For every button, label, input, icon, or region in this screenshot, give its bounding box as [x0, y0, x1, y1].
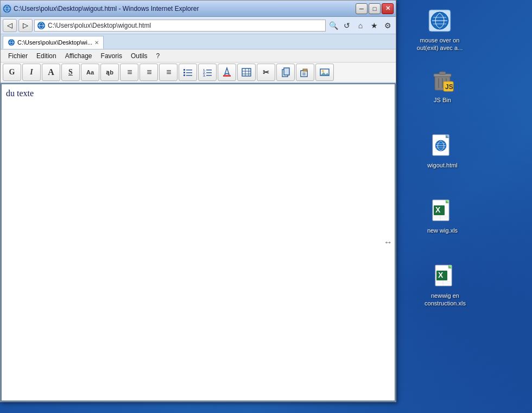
svg-text:JS: JS — [445, 83, 453, 91]
minimize-button[interactable]: ─ — [356, 3, 368, 14]
list-icon — [182, 67, 193, 78]
title-bar-text: C:\Users\polux\Desktop\wigout.html - Win… — [14, 5, 356, 12]
desktop-icon-js-bin[interactable]: JS JS Bin — [418, 65, 467, 107]
tab-ie-icon — [8, 39, 15, 46]
tab-label: C:\Users\polux\Desktop\wi... — [17, 39, 92, 46]
svg-rect-10 — [206, 70, 212, 71]
favorites-button[interactable]: ★ — [368, 20, 380, 32]
svg-rect-3 — [183, 69, 185, 71]
font-button[interactable]: A — [42, 64, 60, 81]
newwig-construction-label: newwig en construction.xls — [420, 291, 470, 308]
underline-button[interactable]: S — [61, 64, 80, 81]
browser-tab[interactable]: C:\Users\polux\Desktop\wi... ✕ — [3, 36, 104, 49]
browser-title-icon — [3, 4, 11, 13]
menu-affichage[interactable]: Affichage — [61, 51, 97, 61]
svg-point-30 — [322, 70, 324, 72]
table-icon — [241, 67, 252, 78]
mouse-over-icon — [427, 8, 453, 34]
font-size-button[interactable]: Aa — [81, 64, 99, 81]
align-center-button[interactable]: ≡ — [140, 64, 158, 81]
svg-rect-36 — [439, 72, 446, 74]
format-button[interactable]: a̧b — [100, 64, 119, 81]
wigout-label: wigout.html — [420, 161, 465, 170]
home-button[interactable]: ⌂ — [354, 20, 366, 32]
ordered-list-icon: 1. 2. 3. — [202, 67, 213, 78]
svg-rect-16 — [223, 75, 231, 77]
resize-handle[interactable]: ↔ — [384, 237, 392, 247]
svg-rect-17 — [242, 68, 251, 76]
tab-row: C:\Users\polux\Desktop\wi... ✕ — [1, 34, 396, 49]
maximize-button[interactable]: □ — [369, 3, 381, 14]
toolbar: G I A S Aa a̧b ≡ ≡ ≡ 1. 2. 3. — [1, 62, 396, 83]
menu-help[interactable]: ? — [152, 51, 164, 61]
title-bar-buttons: ─ □ ✕ — [356, 3, 394, 14]
content-text: du texte — [6, 89, 34, 98]
tools-gear-button[interactable]: ⚙ — [382, 20, 394, 32]
svg-rect-4 — [186, 70, 192, 71]
js-bin-label: JS Bin — [420, 96, 465, 104]
back-button[interactable]: ◁ — [3, 19, 17, 32]
tab-close-button[interactable]: ✕ — [94, 40, 99, 46]
cut-button[interactable]: ✂ — [257, 64, 275, 81]
search-button[interactable]: 🔍 — [327, 20, 339, 32]
color-icon — [221, 67, 232, 78]
menu-fichier[interactable]: Fichier — [4, 51, 32, 61]
browser-window: C:\Users\polux\Desktop\wigout.html - Win… — [0, 0, 396, 402]
svg-rect-6 — [186, 72, 192, 73]
content-area[interactable]: du texte ↔ — [1, 83, 396, 402]
svg-rect-12 — [206, 72, 212, 73]
address-text: C:\Users\polux\Desktop\wigout.html — [48, 22, 151, 29]
newwig-construction-icon: X — [432, 263, 458, 289]
svg-text:X: X — [438, 271, 444, 279]
copy-icon — [280, 67, 291, 78]
align-left-button[interactable]: ≡ — [120, 64, 138, 81]
menu-bar: Fichier Edition Affichage Favoris Outils… — [1, 49, 396, 62]
svg-text:3.: 3. — [203, 74, 206, 77]
desktop-icon-new-wig[interactable]: X new wig.xls — [418, 196, 467, 237]
desktop-icon-newwig-construction[interactable]: X newwig en construction.xls — [418, 261, 472, 310]
new-wig-label: new wig.xls — [420, 226, 465, 235]
desktop-icon-wigout[interactable]: wigout.html — [418, 130, 467, 172]
copy-button[interactable] — [276, 64, 295, 81]
menu-outils[interactable]: Outils — [126, 51, 152, 61]
address-bar-row: ◁ ▷ C:\Users\polux\Desktop\wigout.html 🔍… — [1, 17, 396, 34]
list-button[interactable] — [179, 64, 197, 81]
refresh-button[interactable]: ↺ — [341, 20, 353, 32]
svg-marker-15 — [225, 68, 229, 74]
image-icon — [319, 67, 330, 78]
align-right-button[interactable]: ≡ — [159, 64, 178, 81]
svg-marker-31 — [320, 72, 329, 76]
svg-rect-5 — [183, 72, 185, 73]
desktop-icon-mouse-over[interactable]: mouse over on out(exit) avec a... — [413, 5, 467, 55]
menu-edition[interactable]: Edition — [32, 51, 61, 61]
bold-button[interactable]: G — [3, 64, 21, 81]
svg-rect-23 — [284, 68, 289, 75]
paste-icon — [300, 67, 311, 78]
table-button[interactable] — [237, 64, 256, 81]
new-wig-icon: X — [429, 198, 455, 224]
paste-button[interactable] — [296, 64, 314, 81]
forward-button[interactable]: ▷ — [18, 19, 33, 32]
svg-rect-25 — [303, 69, 307, 71]
svg-rect-14 — [206, 75, 212, 76]
address-ie-icon — [37, 21, 46, 30]
ordered-list-button[interactable]: 1. 2. 3. — [198, 64, 217, 81]
close-button[interactable]: ✕ — [382, 3, 394, 14]
js-bin-icon: JS — [429, 67, 455, 93]
italic-button[interactable]: I — [22, 64, 41, 81]
color-button[interactable] — [218, 64, 236, 81]
svg-rect-7 — [183, 74, 185, 76]
address-box[interactable]: C:\Users\polux\Desktop\wigout.html — [34, 20, 326, 32]
mouse-over-label: mouse over on out(exit) avec a... — [415, 36, 465, 53]
image-button[interactable] — [315, 64, 334, 81]
title-bar: C:\Users\polux\Desktop\wigout.html - Win… — [1, 1, 396, 17]
wigout-icon — [429, 133, 455, 159]
svg-text:X: X — [435, 205, 441, 214]
menu-favoris[interactable]: Favoris — [97, 51, 126, 61]
svg-rect-8 — [186, 75, 192, 76]
